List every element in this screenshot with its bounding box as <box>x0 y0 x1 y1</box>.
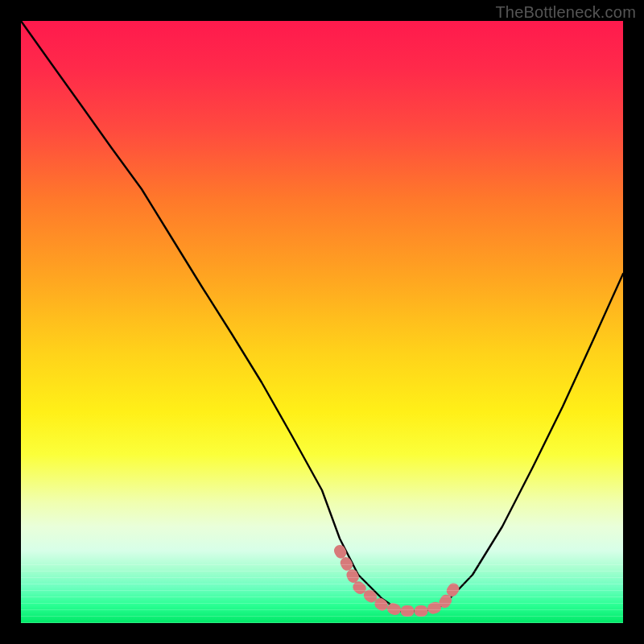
bottleneck-curve <box>21 21 623 611</box>
curve-layer <box>21 21 623 623</box>
highlight-band <box>340 551 455 611</box>
credit-label: TheBottleneck.com <box>495 3 636 22</box>
plot-area <box>21 21 623 623</box>
chart-frame: TheBottleneck.com <box>0 0 644 644</box>
